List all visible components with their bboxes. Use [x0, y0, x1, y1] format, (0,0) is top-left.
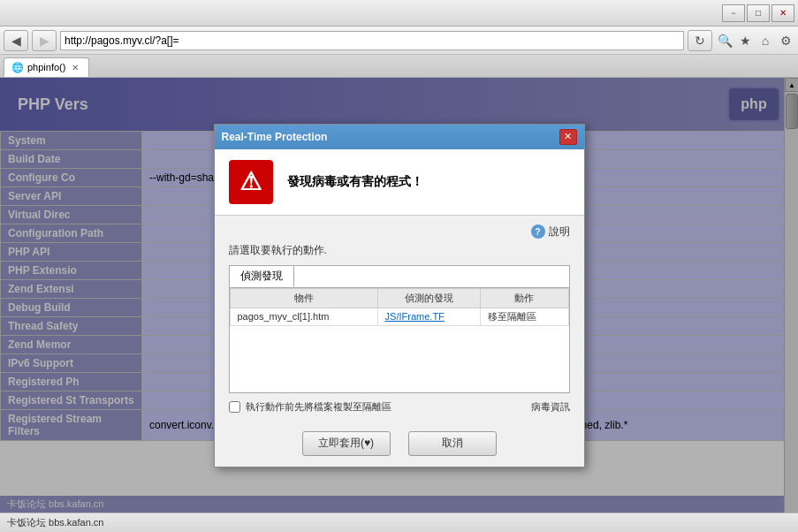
status-text: 卡饭论坛 bbs.kafan.cn	[7, 516, 103, 529]
security-dialog: Real-Time Protection ✕ ⚠ 發現病毒或有害的程式！ ? 說…	[214, 124, 585, 467]
alert-icon: ⚠	[229, 160, 273, 204]
restore-button[interactable]: □	[747, 4, 770, 22]
help-icon[interactable]: ?	[531, 224, 545, 239]
detection-tab-bar: 偵測發現	[229, 265, 570, 287]
titlebar-buttons: － □ ✕	[722, 4, 794, 22]
refresh-button[interactable]: ↻	[688, 30, 712, 51]
tab-label: phpinfo()	[27, 62, 65, 72]
dialog-body: ? 說明 請選取要執行的動作. 偵測發現 物件 偵測的發現	[215, 216, 584, 422]
minimize-button[interactable]: －	[722, 4, 745, 22]
detection-table-wrap: 物件 偵測的發現 動作 pagos_myv_cl[1].htmJS/IFrame…	[229, 287, 570, 393]
dialog-btn-row: 立即套用(♥) 取消	[215, 422, 584, 467]
browser-toolbar: ◀ ▶ ↻ 🔍 ★ ⌂ ⚙	[0, 27, 798, 55]
dialog-close-button[interactable]: ✕	[559, 129, 577, 145]
address-bar[interactable]	[60, 31, 684, 50]
forward-button[interactable]: ▶	[32, 30, 57, 51]
tab-phpinfo[interactable]: 🌐 phpinfo() ✕	[4, 57, 89, 77]
settings-icon[interactable]: ⚙	[777, 32, 794, 49]
detect-action: 移至隔離區	[481, 308, 569, 325]
browser-tabs: 🌐 phpinfo() ✕	[0, 55, 798, 78]
dialog-title: Real-Time Protection	[222, 131, 559, 143]
tab-close-button[interactable]: ✕	[69, 61, 81, 73]
home-icon[interactable]: ⌂	[756, 32, 774, 49]
warning-symbol: ⚠	[239, 167, 262, 196]
col-detection: 偵測的發現	[377, 288, 480, 308]
tab-favicon: 🌐	[11, 62, 24, 73]
dialog-instruction: 請選取要執行的動作.	[229, 243, 570, 258]
modal-overlay: Real-Time Protection ✕ ⚠ 發現病毒或有害的程式！ ? 說…	[0, 78, 798, 513]
search-icon[interactable]: 🔍	[716, 32, 733, 49]
detection-tab[interactable]: 偵測發現	[230, 266, 294, 287]
detect-object: pagos_myv_cl[1].htm	[230, 308, 377, 325]
cancel-button[interactable]: 取消	[408, 431, 497, 456]
bookmark-icon[interactable]: ★	[736, 32, 754, 49]
detect-detection[interactable]: JS/IFrame.TF	[377, 308, 480, 325]
titlebar: － □ ✕	[0, 0, 798, 27]
checkbox-row: 執行動作前先將檔案複製至隔離區 病毒資訊	[229, 400, 570, 414]
help-link-row: ? 說明	[229, 224, 570, 239]
col-object: 物件	[230, 288, 377, 308]
dialog-titlebar: Real-Time Protection ✕	[215, 125, 584, 149]
col-action: 動作	[481, 288, 569, 308]
checkbox-label: 執行動作前先將檔案複製至隔離區	[246, 400, 391, 414]
close-button[interactable]: ✕	[771, 4, 794, 22]
toolbar-right: 🔍 ★ ⌂ ⚙	[716, 32, 794, 49]
detection-table: 物件 偵測的發現 動作 pagos_myv_cl[1].htmJS/IFrame…	[230, 288, 569, 326]
copy-checkbox[interactable]	[229, 401, 240, 413]
status-bar: 卡饭论坛 bbs.kafan.cn	[0, 513, 798, 532]
help-label[interactable]: 說明	[549, 224, 570, 239]
dialog-heading: 發現病毒或有害的程式！	[287, 174, 423, 190]
virus-info-link[interactable]: 病毒資訊	[531, 400, 570, 414]
dialog-header: ⚠ 發現病毒或有害的程式！	[215, 149, 584, 216]
back-button[interactable]: ◀	[4, 30, 28, 51]
browser-content: PHP Vers php SystemBuild DateConfigure C…	[0, 78, 798, 513]
apply-button[interactable]: 立即套用(♥)	[302, 431, 391, 456]
